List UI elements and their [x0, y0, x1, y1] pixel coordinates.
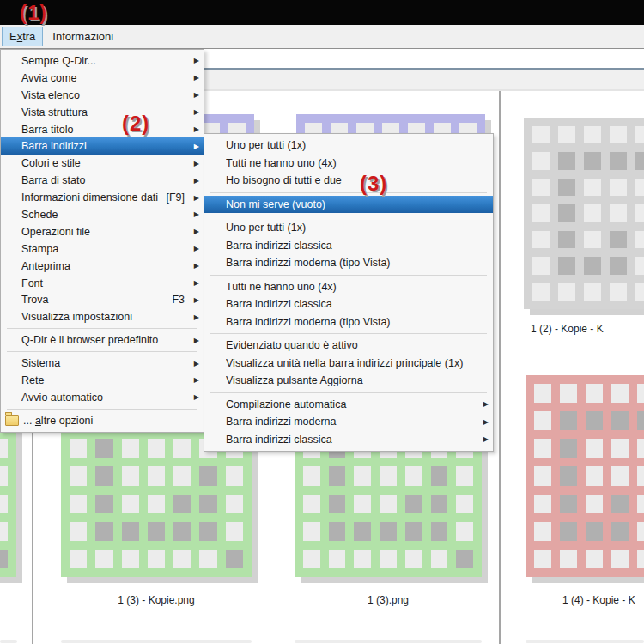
qdir-window: Extra Informazioni 1 (2) - Kopie - K 1 (…	[0, 0, 644, 644]
thumbnail-grid-cell	[558, 204, 575, 222]
thumbnail-grid-cell	[635, 126, 644, 143]
menu-item-avvio-automatico[interactable]: Avvio automatico▶	[1, 389, 204, 406]
menu-item-barra-titolo[interactable]: Barra titolo▶	[1, 121, 204, 138]
thumbnail-grid-cell	[148, 466, 165, 485]
menu-item-sempre-q-dir[interactable]: Sempre Q-Dir...▶	[1, 52, 204, 70]
submenu-arrow-icon: ▶	[190, 393, 199, 401]
menu-item-uno-per-tutti-1x[interactable]: Uno per tutti (1x)	[204, 219, 493, 237]
thumbnail-grid-cell	[0, 550, 8, 568]
thumbnail-grid-cell	[122, 495, 139, 513]
menu-item-vista-elenco[interactable]: Vista elenco▶	[1, 87, 204, 104]
thumbnail-grid-cell	[558, 231, 575, 248]
thumbnail-grid-cell	[586, 384, 603, 403]
thumbnail-grid-cell	[635, 152, 644, 169]
thumbnail-grid-cell	[70, 466, 87, 485]
thumbnail-grid-cell	[405, 522, 422, 541]
menu-item-colori-e-stile[interactable]: Colori e stile▶	[1, 155, 204, 172]
thumbnail-grid-cell	[431, 522, 448, 541]
file-name-label: 1 (4) - Kopie - K	[562, 594, 644, 606]
thumbnail-grid-cell	[637, 495, 644, 513]
menu-item-label: Uno per tutti (1x)	[226, 139, 489, 151]
menu-item-visualizza-pulsante-aggiorna[interactable]: Visualizza pulsante Aggiorna	[204, 372, 493, 390]
menu-separator	[7, 328, 197, 329]
thumbnail-grid-cell	[456, 522, 473, 541]
menu-item-visualizza-impostazioni[interactable]: Visualizza impostazioni▶	[1, 308, 204, 325]
menu-item-label: Avvio automatico	[21, 392, 190, 404]
menu-item-barra-di-stato[interactable]: Barra di stato▶	[1, 172, 204, 189]
thumbnail-grid-cell	[199, 522, 216, 541]
menu-item-barra-indirizzi[interactable]: Barra indirizzi▶	[1, 137, 204, 155]
title-bar	[0, 0, 644, 25]
menu-item-label: Barra indirizzi moderna (tipo Vista)	[226, 316, 489, 328]
submenu-arrow-icon: ▶	[479, 435, 489, 443]
menu-item-barra-indirizzi-moderna-tipo-vista[interactable]: Barra indirizzi moderna (tipo Vista)	[204, 313, 493, 331]
next-row-thumbnail-edge	[0, 640, 17, 643]
step-annotation-1: (1)	[20, 1, 47, 25]
menu-item-barra-indirizzi-classica[interactable]: Barra indirizzi classica	[204, 295, 493, 313]
thumbnail-grid-cell	[534, 522, 551, 541]
menu-item-q-dir-il-browser-predefinito[interactable]: Q-Dir è il browser predefinito▶	[1, 331, 204, 349]
menu-item-trova[interactable]: TrovaF3▶	[1, 291, 204, 308]
menu-item-avvia-come[interactable]: Avvia come▶	[1, 70, 204, 87]
thumbnail-grid-cell	[226, 495, 243, 513]
menu-item-label: Schede	[21, 209, 190, 221]
menu-item-ho-bisogno-di-tutti-e-due[interactable]: Ho bisogno di tutti e due	[204, 172, 493, 190]
menu-item-uno-per-tutti-1x[interactable]: Uno per tutti (1x)	[204, 137, 493, 155]
menu-item-informazioni-dimensione-dati[interactable]: Informazioni dimensione dati[F9]▶	[1, 189, 204, 206]
pane-splitter-right[interactable]	[499, 91, 501, 644]
menu-bar-item-informazioni[interactable]: Informazioni	[45, 27, 121, 46]
menu-item-tutti-ne-hanno-uno-4x[interactable]: Tutti ne hanno uno (4x)	[204, 278, 493, 296]
menu-bar-item-extra[interactable]: Extra	[2, 27, 43, 46]
thumbnail-grid-cell	[303, 495, 320, 513]
thumbnail-grid-cell	[637, 411, 644, 430]
menu-item-barra-indirizzi-moderna[interactable]: Barra indirizzi moderna▶	[204, 413, 493, 431]
menu-item-label: Vista struttura	[21, 106, 190, 118]
submenu-arrow-icon: ▶	[190, 74, 199, 82]
thumbnail-grid-cell	[558, 152, 575, 169]
thumbnail-grid-cell	[173, 439, 191, 458]
menu-item-anteprima[interactable]: Anteprima▶	[1, 258, 204, 275]
thumbnail-grid-cell	[584, 179, 601, 196]
menu-separator	[210, 275, 487, 276]
menu-item-sistema[interactable]: Sistema▶	[1, 355, 204, 372]
menu-item-visualizza-unit-nella-barra-indirizzi-principale-1x[interactable]: Visualizza unità nella barra indirizzi p…	[204, 355, 493, 373]
menu-item-vista-struttura[interactable]: Vista struttura▶	[1, 104, 204, 121]
menu-item-barra-indirizzi-classica[interactable]: Barra indirizzi classica▶	[204, 431, 493, 449]
thumbnail-grid-cell	[532, 126, 550, 143]
thumbnail-grid-cell	[534, 439, 551, 458]
thumbnail-grid-cell	[0, 495, 8, 513]
menu-item-altre-opzioni[interactable]: ... altre opzioni	[1, 412, 204, 429]
menu-item-font[interactable]: Font▶	[1, 275, 204, 292]
submenu-arrow-icon: ▶	[190, 177, 199, 185]
thumbnail-grid-cell	[0, 439, 8, 458]
menu-item-shortcut: F3	[172, 294, 190, 306]
thumbnail-grid-cell	[635, 179, 644, 196]
thumbnail-grid-cell	[534, 495, 551, 513]
thumbnail-grid-cell	[560, 495, 577, 513]
menu-item-barra-indirizzi-moderna-tipo-vista[interactable]: Barra indirizzi moderna (tipo Vista)	[204, 254, 493, 272]
menu-item-rete[interactable]: Rete▶	[1, 372, 204, 389]
thumbnail-grid-cell	[95, 439, 112, 458]
submenu-arrow-icon: ▶	[190, 245, 199, 252]
thumbnail-grid-cell	[122, 522, 139, 541]
menu-item-compilazione-automatica[interactable]: Compilazione automatica▶	[204, 396, 493, 414]
menu-item-operazioni-file[interactable]: Operazioni file▶	[1, 223, 204, 240]
menu-item-non-mi-serve-vuoto[interactable]: Non mi serve (vuoto)	[204, 196, 493, 214]
file-thumbnail-png[interactable]	[526, 375, 644, 577]
thumbnail-grid-cell	[532, 152, 550, 169]
file-thumbnail-png[interactable]	[524, 118, 644, 309]
thumbnail-grid-cell	[148, 550, 165, 568]
menu-item-label: Barra di stato	[21, 174, 190, 186]
thumbnail-grid-cell	[354, 495, 371, 513]
thumbnail-grid-cell	[637, 439, 644, 458]
thumbnail-grid-cell	[560, 439, 577, 458]
menu-item-tutti-ne-hanno-uno-4x[interactable]: Tutti ne hanno uno (4x)	[204, 155, 493, 173]
thumbnail-grid-cell	[584, 283, 601, 301]
menu-item-schede[interactable]: Schede▶	[1, 206, 204, 223]
next-row-thumbnail-edge	[526, 640, 644, 643]
menu-separator	[210, 216, 487, 216]
menu-item-stampa[interactable]: Stampa▶	[1, 240, 204, 258]
thumbnail-grid-cell	[560, 522, 577, 541]
menu-item-evidenziato-quando-attivo[interactable]: Evidenziato quando è attivo	[204, 337, 493, 355]
menu-item-barra-indirizzi-classica[interactable]: Barra indirizzi classica	[204, 237, 493, 255]
